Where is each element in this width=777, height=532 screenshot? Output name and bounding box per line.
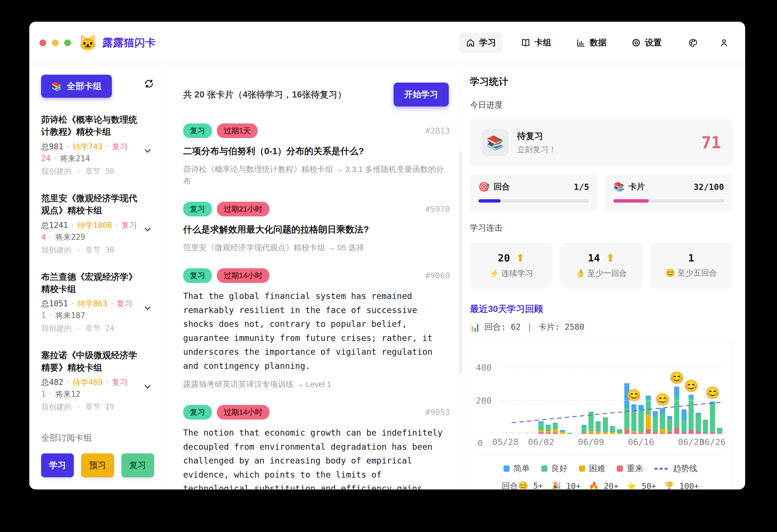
separator-dot: · <box>103 378 112 387</box>
separator-dot: · <box>107 299 117 308</box>
bar-segment-again <box>631 433 637 434</box>
deck-owner: 我创建的 <box>41 167 72 176</box>
nav-item-data[interactable]: 数据 <box>569 32 613 53</box>
bar-segment-easy <box>660 408 665 414</box>
card-list-panel: 共 20 张卡片（4张待学习，16张待复习） 开始学习 复习过期1天#2813二… <box>165 64 459 489</box>
chart-bar-slot: 😊 <box>659 349 666 434</box>
flashcard-list-item[interactable]: 复习过期14小时#9053The notion that economic gr… <box>183 405 450 489</box>
bar-segment-good <box>546 425 551 431</box>
recent-30d-stats: 📊 回合: 62 ｜ 卡片: 2580 <box>470 322 733 333</box>
chart-bar-slot <box>552 349 559 434</box>
card-tag-overdue: 过期1天 <box>217 123 257 138</box>
bar-segment-again <box>546 433 551 434</box>
bar-segment-easy <box>681 409 687 420</box>
nav-item-settings[interactable]: 设置 <box>625 32 669 53</box>
minimize-window-button[interactable] <box>52 39 59 46</box>
app-logo-cat-icon: 🐱 <box>78 35 97 50</box>
app-title: 露露猫闪卡 <box>102 36 156 50</box>
card-tag-row: 复习过期14小时#9060 <box>183 268 450 283</box>
subscribed-learn-button[interactable]: 学习 <box>41 453 74 477</box>
bar-segment-again <box>624 429 629 434</box>
separator-dot: · <box>68 221 77 230</box>
subscribed-review-button[interactable]: 复习 <box>121 453 154 477</box>
legend-label: 趋势线 <box>673 463 697 474</box>
bar-segment-again <box>688 430 694 434</box>
chart-bar-slot <box>538 349 545 434</box>
chart-bar-slot <box>545 349 552 434</box>
chevron-down-icon[interactable] <box>143 146 152 157</box>
bar-segment-again <box>603 433 608 434</box>
chevron-down-icon[interactable] <box>143 303 152 314</box>
chart-bar-slot <box>573 349 580 434</box>
nav-item-decks[interactable]: 卡组 <box>514 32 558 53</box>
deck-item[interactable]: 塞拉诺《中级微观经济学精要》精校卡组总482·待学469·复习1·将来12我创建… <box>41 349 154 412</box>
bar-segment-good <box>695 415 701 431</box>
deck-owner: 我创建的 <box>41 245 72 254</box>
streak-value: 14 ⬆ <box>563 252 640 264</box>
legend-item-trend: 趋势线 <box>654 463 697 474</box>
flashcard-list-item[interactable]: 复习过期1天#2813二项分布与伯努利（0-1）分布的关系是什么?茆诗松《概率论… <box>183 123 450 187</box>
bar-segment-again <box>674 428 679 434</box>
streak-value: 1 <box>653 252 730 264</box>
chart-bar-06/26 <box>710 402 715 434</box>
due-review-title: 待复习 <box>517 130 556 142</box>
due-review-card[interactable]: 📚 待复习 立刻复习！ 71 <box>470 119 733 166</box>
chart-bar-06/09 <box>588 412 593 434</box>
chart-bar-06/24 <box>695 413 701 434</box>
deck-chapters: 章节 19 <box>85 402 114 411</box>
chart-bar-slot <box>602 349 609 434</box>
deck-title: 布兰查德《宏观经济学》精校卡组 <box>41 271 138 295</box>
panel-scrollbar[interactable] <box>459 151 462 374</box>
bar-segment-again <box>588 433 593 434</box>
chart-bar-slot <box>716 349 723 434</box>
flashcard-list-item[interactable]: 复习过期21小时#5970什么是求解效用最大化问题的拉格朗日乘数法?范里安《微观… <box>183 202 450 253</box>
today-progress-heading: 今日进度 <box>470 99 733 111</box>
separator-dot: · <box>64 378 73 387</box>
chevron-down-icon[interactable] <box>143 382 152 393</box>
gridline-400 <box>502 367 723 368</box>
up-arrow-icon: ⬆ <box>516 252 525 264</box>
card-tag-overdue: 过期14小时 <box>217 405 269 420</box>
deck-to-learn: 待学743 <box>73 142 103 151</box>
bar-segment-easy <box>646 396 651 399</box>
subscribed-preview-button[interactable]: 预习 <box>81 453 114 477</box>
bar-segment-again <box>638 433 644 434</box>
due-review-count: 71 <box>701 133 721 152</box>
bar-segment-easy <box>674 387 679 397</box>
streak-card: 1😊 至少五回合 <box>650 243 733 288</box>
card-id: #9060 <box>425 271 450 280</box>
chart-bar-06/18 <box>653 411 658 434</box>
recent-30d-link[interactable]: 最近30天学习回顾 <box>470 303 733 315</box>
card-id: #2813 <box>425 126 450 135</box>
card-title: 二项分布与伯努利（0-1）分布的关系是什么? <box>183 144 450 158</box>
bar-segment-again <box>710 432 715 434</box>
deck-item[interactable]: 布兰查德《宏观经济学》精校卡组总1051·待学863·复习1·将来187我创建的… <box>41 271 154 334</box>
card-breadcrumb: 露露猫考研英语英译汉专项训练 → Level 1 <box>183 379 450 390</box>
home-icon <box>466 38 475 47</box>
bar-segment-hard <box>588 431 593 433</box>
bar-segment-good <box>667 419 672 431</box>
subscribed-decks-heading: 全部订阅卡组 <box>41 432 154 444</box>
deck-stats: 总482·待学469·复习1·将来12 <box>41 377 138 400</box>
bar-segment-hard <box>660 429 665 433</box>
deck-item[interactable]: 茆诗松《概率论与数理统计教程》精校卡组总981·待学743·复习24·将来214… <box>41 114 154 177</box>
refresh-decks-button[interactable] <box>144 79 154 90</box>
close-window-button[interactable] <box>39 39 46 46</box>
bar-segment-good <box>603 417 608 432</box>
nav-item-study[interactable]: 学习 <box>459 32 503 53</box>
all-decks-button[interactable]: 📚 全部卡组 <box>41 75 112 98</box>
deck-item[interactable]: 范里安《微观经济学现代观点》精校卡组总1241·待学1008·复习4·将来229… <box>41 192 154 255</box>
user-account-button[interactable] <box>717 33 731 52</box>
zoom-window-button[interactable] <box>64 39 71 46</box>
deck-title: 塞拉诺《中级微观经济学精要》精校卡组 <box>41 349 138 374</box>
card-tag-overdue: 过期14小时 <box>217 268 269 283</box>
chart-bar-06/27 <box>717 428 722 434</box>
chart-bar-06/12 <box>610 426 615 434</box>
legend-label: 简单 <box>514 463 530 474</box>
bar-segment-hard <box>646 415 651 429</box>
start-study-button[interactable]: 开始学习 <box>394 83 449 107</box>
flashcard-list-item[interactable]: 复习过期14小时#9060That the global financial s… <box>183 268 450 390</box>
theme-palette-button[interactable] <box>687 33 699 52</box>
chevron-down-icon[interactable] <box>143 225 152 235</box>
progress-value: 32/100 <box>694 182 724 192</box>
